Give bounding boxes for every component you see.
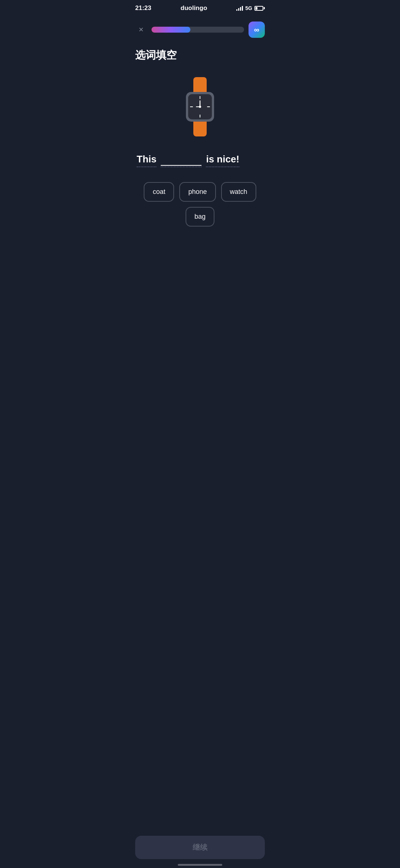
word-this: This	[137, 154, 156, 167]
choice-bag[interactable]: bag	[186, 207, 214, 227]
progress-bar-container	[151, 27, 244, 33]
network-label: 5G	[245, 5, 252, 11]
word-after: is nice!	[206, 154, 239, 167]
choices-container: coat phone watch bag	[128, 178, 272, 235]
watch-svg	[178, 77, 222, 136]
app-name: duolingo	[181, 4, 207, 12]
heart-symbol: ∞	[254, 26, 259, 34]
word-before: This	[137, 154, 156, 166]
battery-icon	[254, 6, 265, 11]
watch-illustration	[128, 62, 272, 148]
blank-line	[161, 165, 201, 166]
sentence-area: This is nice!	[128, 148, 272, 178]
answer-blank[interactable]	[161, 164, 201, 167]
after-underline	[206, 166, 239, 167]
nav-bar: × ∞	[128, 17, 272, 42]
svg-point-10	[199, 106, 201, 108]
status-right: 5G	[236, 5, 265, 11]
close-button[interactable]: ×	[135, 24, 147, 36]
before-underline	[137, 166, 156, 167]
choice-coat[interactable]: coat	[144, 182, 174, 202]
instruction-title: 选词填空	[128, 42, 272, 62]
progress-bar-fill	[151, 27, 190, 33]
status-bar: 21:23 duolingo 5G	[128, 0, 272, 13]
choice-phone[interactable]: phone	[179, 182, 216, 202]
signal-icon	[236, 6, 243, 11]
word-after-text: is nice!	[206, 154, 239, 166]
choice-watch[interactable]: watch	[221, 182, 256, 202]
blank-dotted	[161, 166, 201, 167]
heart-icon[interactable]: ∞	[249, 22, 265, 38]
status-time: 21:23	[135, 4, 151, 12]
